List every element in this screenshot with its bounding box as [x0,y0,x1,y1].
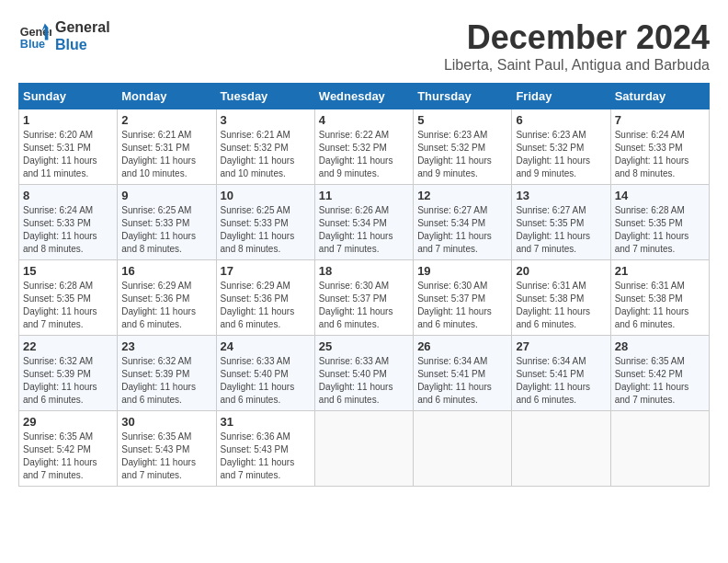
title-section: December 2024 Liberta, Saint Paul, Antig… [444,18,710,74]
day-info: Sunrise: 6:25 AMSunset: 5:33 PMDaylight:… [121,205,196,254]
table-row: 7 Sunrise: 6:24 AMSunset: 5:33 PMDayligh… [610,109,709,185]
day-info: Sunrise: 6:21 AMSunset: 5:32 PMDaylight:… [221,130,295,178]
day-number: 25 [319,339,409,353]
table-row: 22 Sunrise: 6:32 AMSunset: 5:39 PMDaylig… [19,336,118,411]
day-info: Sunrise: 6:24 AMSunset: 5:33 PMDaylight:… [615,130,689,178]
table-row [512,411,610,487]
day-number: 9 [121,189,211,202]
table-row [414,411,512,487]
day-info: Sunrise: 6:22 AMSunset: 5:32 PMDaylight:… [319,130,393,178]
day-info: Sunrise: 6:29 AMSunset: 5:36 PMDaylight:… [121,281,196,329]
day-info: Sunrise: 6:34 AMSunset: 5:41 PMDaylight:… [417,356,492,405]
table-row: 12 Sunrise: 6:27 AMSunset: 5:34 PMDaylig… [414,185,512,260]
table-row: 18 Sunrise: 6:30 AMSunset: 5:37 PMDaylig… [314,260,413,336]
logo: General Blue General Blue [18,18,110,53]
day-info: Sunrise: 6:35 AMSunset: 5:42 PMDaylight:… [615,356,689,405]
table-row: 20 Sunrise: 6:31 AMSunset: 5:38 PMDaylig… [512,260,610,336]
table-row: 10 Sunrise: 6:25 AMSunset: 5:33 PMDaylig… [216,185,314,260]
day-number: 7 [615,113,705,127]
day-number: 4 [319,113,409,127]
calendar-week-row: 15 Sunrise: 6:28 AMSunset: 5:35 PMDaylig… [19,260,710,336]
table-row: 23 Sunrise: 6:32 AMSunset: 5:39 PMDaylig… [118,336,216,411]
day-number: 22 [23,339,113,353]
day-number: 29 [23,415,113,429]
day-info: Sunrise: 6:33 AMSunset: 5:40 PMDaylight:… [221,356,295,405]
day-info: Sunrise: 6:32 AMSunset: 5:39 PMDaylight:… [23,356,97,405]
day-number: 13 [516,189,606,202]
header-row: Sunday Monday Tuesday Wednesday Thursday… [19,84,710,109]
day-info: Sunrise: 6:28 AMSunset: 5:35 PMDaylight:… [615,205,689,254]
header: General Blue General Blue December 2024 … [18,18,710,74]
table-row: 1 Sunrise: 6:20 AMSunset: 5:31 PMDayligh… [19,109,118,185]
calendar-header: Sunday Monday Tuesday Wednesday Thursday… [19,84,710,109]
day-number: 11 [319,189,409,202]
day-number: 26 [417,339,507,353]
col-tuesday: Tuesday [216,84,314,109]
col-saturday: Saturday [610,84,709,109]
day-info: Sunrise: 6:31 AMSunset: 5:38 PMDaylight:… [615,281,689,329]
table-row: 17 Sunrise: 6:29 AMSunset: 5:36 PMDaylig… [216,260,314,336]
table-row: 14 Sunrise: 6:28 AMSunset: 5:35 PMDaylig… [610,185,709,260]
day-info: Sunrise: 6:21 AMSunset: 5:31 PMDaylight:… [121,130,196,178]
day-info: Sunrise: 6:35 AMSunset: 5:42 PMDaylight:… [23,431,97,480]
logo-line2: Blue [55,36,110,53]
table-row [610,411,709,487]
day-number: 14 [615,189,705,202]
logo-line1: General [55,18,110,36]
subtitle: Liberta, Saint Paul, Antigua and Barbuda [444,57,710,74]
day-number: 15 [23,264,113,278]
table-row: 16 Sunrise: 6:29 AMSunset: 5:36 PMDaylig… [118,260,216,336]
page-container: General Blue General Blue December 2024 … [18,18,710,487]
day-info: Sunrise: 6:36 AMSunset: 5:43 PMDaylight:… [221,431,295,480]
day-info: Sunrise: 6:23 AMSunset: 5:32 PMDaylight:… [516,130,590,178]
day-number: 18 [319,264,409,278]
day-info: Sunrise: 6:30 AMSunset: 5:37 PMDaylight:… [417,281,492,329]
table-row: 13 Sunrise: 6:27 AMSunset: 5:35 PMDaylig… [512,185,610,260]
table-row: 25 Sunrise: 6:33 AMSunset: 5:40 PMDaylig… [314,336,413,411]
table-row: 5 Sunrise: 6:23 AMSunset: 5:32 PMDayligh… [414,109,512,185]
table-row: 3 Sunrise: 6:21 AMSunset: 5:32 PMDayligh… [216,109,314,185]
table-row: 8 Sunrise: 6:24 AMSunset: 5:33 PMDayligh… [19,185,118,260]
day-info: Sunrise: 6:24 AMSunset: 5:33 PMDaylight:… [23,205,97,254]
col-friday: Friday [512,84,610,109]
day-info: Sunrise: 6:31 AMSunset: 5:38 PMDaylight:… [516,281,590,329]
day-number: 12 [417,189,507,202]
calendar-body: 1 Sunrise: 6:20 AMSunset: 5:31 PMDayligh… [19,109,710,487]
main-title: December 2024 [444,18,710,57]
calendar-week-row: 29 Sunrise: 6:35 AMSunset: 5:42 PMDaylig… [19,411,710,487]
table-row: 19 Sunrise: 6:30 AMSunset: 5:37 PMDaylig… [414,260,512,336]
day-number: 6 [516,113,606,127]
day-number: 30 [121,415,211,429]
day-info: Sunrise: 6:27 AMSunset: 5:35 PMDaylight:… [516,205,590,254]
calendar-week-row: 22 Sunrise: 6:32 AMSunset: 5:39 PMDaylig… [19,336,710,411]
table-row: 27 Sunrise: 6:34 AMSunset: 5:41 PMDaylig… [512,336,610,411]
logo-icon: General Blue [18,19,51,52]
day-number: 19 [417,264,507,278]
table-row: 15 Sunrise: 6:28 AMSunset: 5:35 PMDaylig… [19,260,118,336]
day-info: Sunrise: 6:32 AMSunset: 5:39 PMDaylight:… [121,356,196,405]
day-number: 23 [121,339,211,353]
col-wednesday: Wednesday [314,84,413,109]
day-number: 31 [221,415,311,429]
table-row: 2 Sunrise: 6:21 AMSunset: 5:31 PMDayligh… [118,109,216,185]
day-info: Sunrise: 6:20 AMSunset: 5:31 PMDaylight:… [23,130,97,178]
day-number: 1 [23,113,113,127]
col-monday: Monday [118,84,216,109]
table-row: 31 Sunrise: 6:36 AMSunset: 5:43 PMDaylig… [216,411,314,487]
col-sunday: Sunday [19,84,118,109]
day-number: 20 [516,264,606,278]
svg-text:Blue: Blue [20,38,45,51]
calendar: Sunday Monday Tuesday Wednesday Thursday… [18,83,710,487]
table-row [314,411,413,487]
day-number: 24 [221,339,311,353]
day-number: 8 [23,189,113,202]
day-number: 2 [121,113,211,127]
day-info: Sunrise: 6:30 AMSunset: 5:37 PMDaylight:… [319,281,393,329]
table-row: 4 Sunrise: 6:22 AMSunset: 5:32 PMDayligh… [314,109,413,185]
table-row: 6 Sunrise: 6:23 AMSunset: 5:32 PMDayligh… [512,109,610,185]
table-row: 26 Sunrise: 6:34 AMSunset: 5:41 PMDaylig… [414,336,512,411]
day-info: Sunrise: 6:29 AMSunset: 5:36 PMDaylight:… [221,281,295,329]
day-info: Sunrise: 6:26 AMSunset: 5:34 PMDaylight:… [319,205,393,254]
table-row: 29 Sunrise: 6:35 AMSunset: 5:42 PMDaylig… [19,411,118,487]
calendar-week-row: 1 Sunrise: 6:20 AMSunset: 5:31 PMDayligh… [19,109,710,185]
